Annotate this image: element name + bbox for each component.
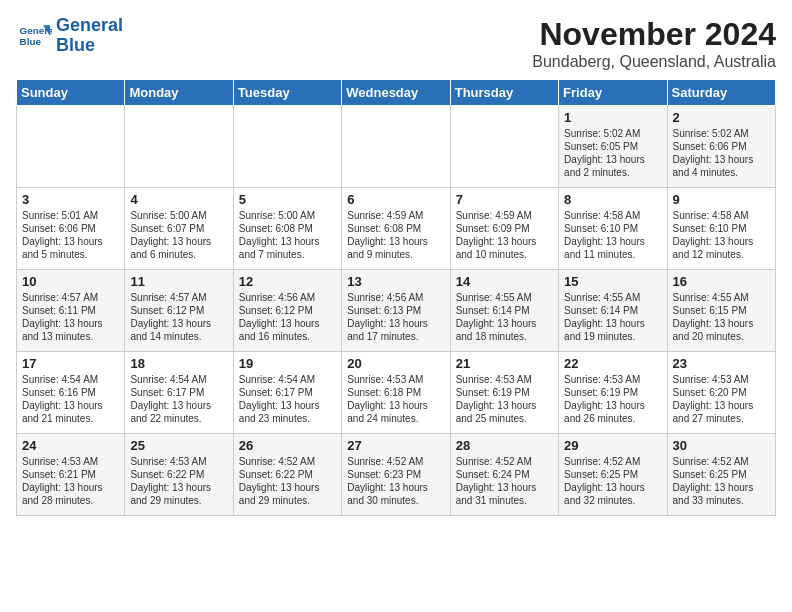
calendar-cell: 23Sunrise: 4:53 AM Sunset: 6:20 PM Dayli… bbox=[667, 352, 775, 434]
weekday-header-wednesday: Wednesday bbox=[342, 80, 450, 106]
day-number: 8 bbox=[564, 192, 661, 207]
calendar-cell: 22Sunrise: 4:53 AM Sunset: 6:19 PM Dayli… bbox=[559, 352, 667, 434]
calendar-cell bbox=[450, 106, 558, 188]
calendar-cell: 27Sunrise: 4:52 AM Sunset: 6:23 PM Dayli… bbox=[342, 434, 450, 516]
day-number: 26 bbox=[239, 438, 336, 453]
weekday-header-friday: Friday bbox=[559, 80, 667, 106]
calendar-cell: 24Sunrise: 4:53 AM Sunset: 6:21 PM Dayli… bbox=[17, 434, 125, 516]
calendar-cell bbox=[125, 106, 233, 188]
cell-info: Sunrise: 4:58 AM Sunset: 6:10 PM Dayligh… bbox=[673, 209, 770, 261]
day-number: 19 bbox=[239, 356, 336, 371]
calendar-cell: 14Sunrise: 4:55 AM Sunset: 6:14 PM Dayli… bbox=[450, 270, 558, 352]
day-number: 5 bbox=[239, 192, 336, 207]
calendar-cell: 17Sunrise: 4:54 AM Sunset: 6:16 PM Dayli… bbox=[17, 352, 125, 434]
cell-info: Sunrise: 4:56 AM Sunset: 6:13 PM Dayligh… bbox=[347, 291, 444, 343]
cell-info: Sunrise: 5:00 AM Sunset: 6:08 PM Dayligh… bbox=[239, 209, 336, 261]
weekday-header-sunday: Sunday bbox=[17, 80, 125, 106]
calendar: SundayMondayTuesdayWednesdayThursdayFrid… bbox=[16, 79, 776, 516]
calendar-cell: 3Sunrise: 5:01 AM Sunset: 6:06 PM Daylig… bbox=[17, 188, 125, 270]
calendar-cell: 20Sunrise: 4:53 AM Sunset: 6:18 PM Dayli… bbox=[342, 352, 450, 434]
cell-info: Sunrise: 5:02 AM Sunset: 6:05 PM Dayligh… bbox=[564, 127, 661, 179]
weekday-header-monday: Monday bbox=[125, 80, 233, 106]
cell-info: Sunrise: 4:55 AM Sunset: 6:14 PM Dayligh… bbox=[564, 291, 661, 343]
cell-info: Sunrise: 4:58 AM Sunset: 6:10 PM Dayligh… bbox=[564, 209, 661, 261]
calendar-cell: 9Sunrise: 4:58 AM Sunset: 6:10 PM Daylig… bbox=[667, 188, 775, 270]
day-number: 4 bbox=[130, 192, 227, 207]
calendar-cell: 21Sunrise: 4:53 AM Sunset: 6:19 PM Dayli… bbox=[450, 352, 558, 434]
day-number: 10 bbox=[22, 274, 119, 289]
cell-info: Sunrise: 4:53 AM Sunset: 6:21 PM Dayligh… bbox=[22, 455, 119, 507]
day-number: 9 bbox=[673, 192, 770, 207]
cell-info: Sunrise: 4:52 AM Sunset: 6:24 PM Dayligh… bbox=[456, 455, 553, 507]
cell-info: Sunrise: 4:52 AM Sunset: 6:25 PM Dayligh… bbox=[673, 455, 770, 507]
cell-info: Sunrise: 4:55 AM Sunset: 6:14 PM Dayligh… bbox=[456, 291, 553, 343]
day-number: 21 bbox=[456, 356, 553, 371]
svg-text:Blue: Blue bbox=[20, 36, 42, 47]
day-number: 12 bbox=[239, 274, 336, 289]
cell-info: Sunrise: 4:52 AM Sunset: 6:22 PM Dayligh… bbox=[239, 455, 336, 507]
weekday-header-row: SundayMondayTuesdayWednesdayThursdayFrid… bbox=[17, 80, 776, 106]
calendar-cell: 26Sunrise: 4:52 AM Sunset: 6:22 PM Dayli… bbox=[233, 434, 341, 516]
calendar-cell: 13Sunrise: 4:56 AM Sunset: 6:13 PM Dayli… bbox=[342, 270, 450, 352]
calendar-cell: 30Sunrise: 4:52 AM Sunset: 6:25 PM Dayli… bbox=[667, 434, 775, 516]
month-title: November 2024 bbox=[532, 16, 776, 53]
cell-info: Sunrise: 4:59 AM Sunset: 6:09 PM Dayligh… bbox=[456, 209, 553, 261]
calendar-cell: 10Sunrise: 4:57 AM Sunset: 6:11 PM Dayli… bbox=[17, 270, 125, 352]
calendar-cell: 29Sunrise: 4:52 AM Sunset: 6:25 PM Dayli… bbox=[559, 434, 667, 516]
cell-info: Sunrise: 4:57 AM Sunset: 6:11 PM Dayligh… bbox=[22, 291, 119, 343]
calendar-cell: 25Sunrise: 4:53 AM Sunset: 6:22 PM Dayli… bbox=[125, 434, 233, 516]
weekday-header-tuesday: Tuesday bbox=[233, 80, 341, 106]
day-number: 29 bbox=[564, 438, 661, 453]
day-number: 14 bbox=[456, 274, 553, 289]
day-number: 20 bbox=[347, 356, 444, 371]
cell-info: Sunrise: 5:02 AM Sunset: 6:06 PM Dayligh… bbox=[673, 127, 770, 179]
cell-info: Sunrise: 4:52 AM Sunset: 6:23 PM Dayligh… bbox=[347, 455, 444, 507]
day-number: 18 bbox=[130, 356, 227, 371]
calendar-cell bbox=[233, 106, 341, 188]
day-number: 27 bbox=[347, 438, 444, 453]
cell-info: Sunrise: 4:54 AM Sunset: 6:16 PM Dayligh… bbox=[22, 373, 119, 425]
cell-info: Sunrise: 4:55 AM Sunset: 6:15 PM Dayligh… bbox=[673, 291, 770, 343]
day-number: 23 bbox=[673, 356, 770, 371]
calendar-cell: 19Sunrise: 4:54 AM Sunset: 6:17 PM Dayli… bbox=[233, 352, 341, 434]
logo-icon: General Blue bbox=[16, 18, 52, 54]
week-row-1: 1Sunrise: 5:02 AM Sunset: 6:05 PM Daylig… bbox=[17, 106, 776, 188]
day-number: 3 bbox=[22, 192, 119, 207]
day-number: 15 bbox=[564, 274, 661, 289]
cell-info: Sunrise: 5:01 AM Sunset: 6:06 PM Dayligh… bbox=[22, 209, 119, 261]
cell-info: Sunrise: 4:56 AM Sunset: 6:12 PM Dayligh… bbox=[239, 291, 336, 343]
cell-info: Sunrise: 5:00 AM Sunset: 6:07 PM Dayligh… bbox=[130, 209, 227, 261]
calendar-cell: 15Sunrise: 4:55 AM Sunset: 6:14 PM Dayli… bbox=[559, 270, 667, 352]
week-row-4: 17Sunrise: 4:54 AM Sunset: 6:16 PM Dayli… bbox=[17, 352, 776, 434]
logo: General Blue General Blue bbox=[16, 16, 123, 56]
day-number: 7 bbox=[456, 192, 553, 207]
cell-info: Sunrise: 4:53 AM Sunset: 6:19 PM Dayligh… bbox=[564, 373, 661, 425]
calendar-cell: 8Sunrise: 4:58 AM Sunset: 6:10 PM Daylig… bbox=[559, 188, 667, 270]
weekday-header-thursday: Thursday bbox=[450, 80, 558, 106]
calendar-cell: 11Sunrise: 4:57 AM Sunset: 6:12 PM Dayli… bbox=[125, 270, 233, 352]
week-row-3: 10Sunrise: 4:57 AM Sunset: 6:11 PM Dayli… bbox=[17, 270, 776, 352]
calendar-cell bbox=[342, 106, 450, 188]
location-title: Bundaberg, Queensland, Australia bbox=[532, 53, 776, 71]
day-number: 11 bbox=[130, 274, 227, 289]
day-number: 17 bbox=[22, 356, 119, 371]
week-row-2: 3Sunrise: 5:01 AM Sunset: 6:06 PM Daylig… bbox=[17, 188, 776, 270]
day-number: 16 bbox=[673, 274, 770, 289]
title-area: November 2024 Bundaberg, Queensland, Aus… bbox=[532, 16, 776, 71]
day-number: 2 bbox=[673, 110, 770, 125]
cell-info: Sunrise: 4:54 AM Sunset: 6:17 PM Dayligh… bbox=[239, 373, 336, 425]
day-number: 25 bbox=[130, 438, 227, 453]
day-number: 22 bbox=[564, 356, 661, 371]
calendar-cell: 1Sunrise: 5:02 AM Sunset: 6:05 PM Daylig… bbox=[559, 106, 667, 188]
day-number: 6 bbox=[347, 192, 444, 207]
day-number: 13 bbox=[347, 274, 444, 289]
calendar-cell: 18Sunrise: 4:54 AM Sunset: 6:17 PM Dayli… bbox=[125, 352, 233, 434]
calendar-cell bbox=[17, 106, 125, 188]
calendar-cell: 6Sunrise: 4:59 AM Sunset: 6:08 PM Daylig… bbox=[342, 188, 450, 270]
calendar-cell: 12Sunrise: 4:56 AM Sunset: 6:12 PM Dayli… bbox=[233, 270, 341, 352]
day-number: 30 bbox=[673, 438, 770, 453]
calendar-cell: 2Sunrise: 5:02 AM Sunset: 6:06 PM Daylig… bbox=[667, 106, 775, 188]
day-number: 28 bbox=[456, 438, 553, 453]
page-header: General Blue General Blue November 2024 … bbox=[16, 16, 776, 71]
cell-info: Sunrise: 4:54 AM Sunset: 6:17 PM Dayligh… bbox=[130, 373, 227, 425]
